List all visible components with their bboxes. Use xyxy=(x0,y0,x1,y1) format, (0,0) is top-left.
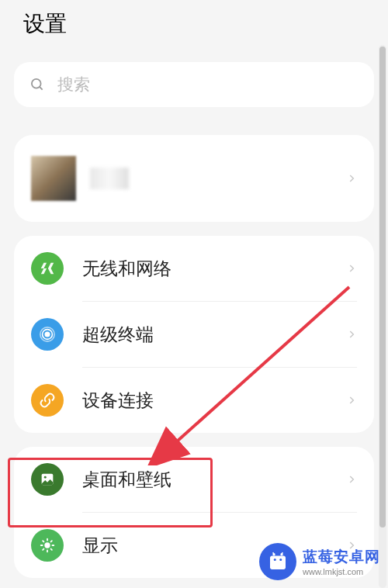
avatar xyxy=(31,156,76,201)
chevron-right-icon xyxy=(346,329,357,340)
svg-point-2 xyxy=(45,332,50,337)
watermark-title: 蓝莓安卓网 xyxy=(303,547,380,567)
page-title: 设置 xyxy=(0,0,388,48)
account-name-blurred xyxy=(90,168,129,189)
svg-point-7 xyxy=(44,542,50,548)
super-device-icon xyxy=(31,318,64,351)
watermark-url: www.lmkjst.com xyxy=(303,567,380,576)
search-bar[interactable] xyxy=(14,62,374,107)
device-connect-icon xyxy=(31,384,64,417)
settings-scroll[interactable]: 无线和网络 超级终端 设备连接 桌面和壁纸 xyxy=(0,48,388,583)
display-icon xyxy=(31,529,64,562)
super-device-label: 超级终端 xyxy=(82,323,346,347)
device-connect-label: 设备连接 xyxy=(82,389,346,413)
wireless-label: 无线和网络 xyxy=(82,257,346,281)
svg-point-14 xyxy=(279,559,282,561)
account-card xyxy=(14,135,374,222)
home-wallpaper-row[interactable]: 桌面和壁纸 xyxy=(14,447,374,512)
connectivity-card: 无线和网络 超级终端 设备连接 xyxy=(14,236,374,433)
chevron-right-icon xyxy=(346,474,357,485)
home-wallpaper-label: 桌面和壁纸 xyxy=(82,468,346,492)
wireless-icon xyxy=(31,252,64,285)
svg-point-13 xyxy=(274,559,276,561)
svg-point-6 xyxy=(44,476,47,479)
watermark: 蓝莓安卓网 www.lmkjst.com xyxy=(259,543,380,580)
search-icon xyxy=(29,77,45,92)
search-input[interactable] xyxy=(57,75,359,95)
wallpaper-icon xyxy=(31,463,64,496)
watermark-logo-icon xyxy=(259,543,296,580)
chevron-right-icon xyxy=(346,395,357,406)
account-row[interactable] xyxy=(14,135,374,222)
svg-point-0 xyxy=(32,79,41,88)
super-device-row[interactable]: 超级终端 xyxy=(14,302,374,367)
chevron-right-icon xyxy=(346,173,357,184)
scrollbar-thumb[interactable] xyxy=(379,47,386,527)
svg-line-1 xyxy=(40,87,43,90)
device-connect-row[interactable]: 设备连接 xyxy=(14,368,374,433)
chevron-right-icon xyxy=(346,263,357,274)
wireless-row[interactable]: 无线和网络 xyxy=(14,236,374,301)
